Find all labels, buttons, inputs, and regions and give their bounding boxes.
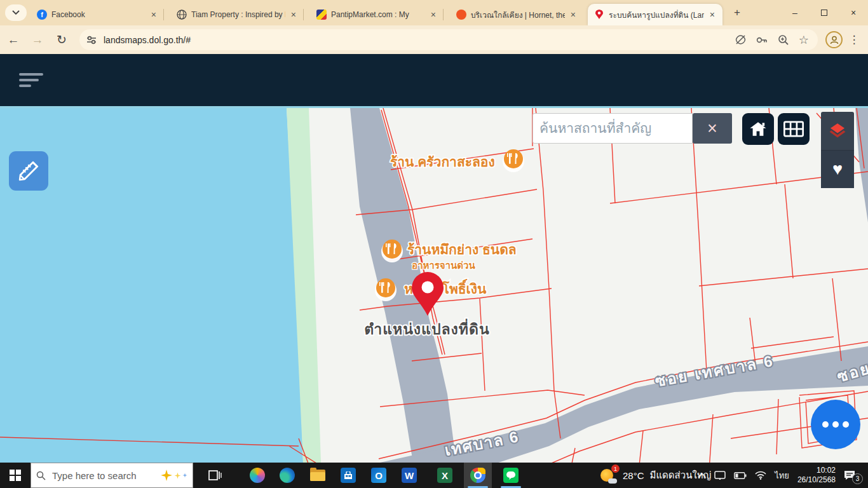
more-options-fab[interactable] [811,400,860,449]
browser-tab-hornet[interactable]: บริเวณใกล้เคียง | Hornet, the G × [450,4,583,25]
dot [843,421,849,428]
taskbar-weather-widget[interactable]: 1 28°C มีแดดส่วนใหญ่ [600,463,711,488]
system-tray: ไทย 10:02 26/10/2568 3 [698,463,868,488]
wireless-display-icon[interactable] [714,471,726,480]
taskbar-store-button[interactable] [334,463,362,488]
taskbar-outlook-button[interactable]: O [365,463,393,488]
taskbar-search-input[interactable] [51,470,155,482]
tab-title: บริเวณใกล้เคียง | Hornet, the G [471,9,565,21]
back-button[interactable]: ← [3,29,24,51]
map-search-input[interactable] [532,113,693,144]
window-minimize-button[interactable]: – [780,0,810,25]
pantipmarket-favicon-icon [316,10,327,20]
taskbar-clock[interactable]: 10:02 26/10/2568 [797,466,836,485]
layers-button[interactable] [821,112,854,150]
taskbar-search-box[interactable] [31,463,193,488]
task-view-button[interactable] [201,463,229,488]
url-text[interactable]: landsmaps.dol.go.th/# [104,35,735,45]
desktop-screen: f Facebook × Tiam Property : Inspired by… [0,0,868,488]
taskbar-copilot-button[interactable] [243,463,271,488]
forward-button[interactable]: → [27,29,48,51]
bookmark-star-icon[interactable]: ☆ [799,33,809,47]
browser-tab-pantipmarket[interactable]: PantipMarket.com : My × [310,4,444,25]
poi-label-muek-yang: ร้านหมึกย่าง ธนดล [407,242,517,257]
window-maximize-button[interactable] [810,0,839,25]
hornet-favicon-icon [456,10,466,20]
dot [822,421,829,428]
omnibox-action-icons: ☆ [735,33,809,47]
browser-menu-kebab-icon[interactable]: ⋮ [846,31,862,48]
grid-table-button[interactable] [778,113,810,145]
site-settings-tune-icon[interactable] [86,34,97,46]
map-area: ซอย เทศบาล 6 ซอย เทศบาล 6 ร้าน ครัวกาสะล… [0,108,868,463]
notification-center-button[interactable]: 3 [844,467,863,484]
keyboard-language-indicator[interactable]: ไทย [775,469,789,482]
heart-icon: ♥ [832,159,843,179]
microsoft-store-icon [341,468,356,483]
tab-close-icon[interactable]: × [430,10,437,20]
poi-sublabel-fast-food: อาหารจานด่วน [412,260,475,271]
taskbar-file-explorer-button[interactable] [304,463,332,488]
browser-tab-landsmaps-active[interactable]: ระบบค้นหารูปแปลงที่ดิน (LandsM × [588,4,722,25]
house-icon [749,119,768,139]
facebook-favicon-icon: f [37,10,47,20]
profile-avatar[interactable] [825,31,843,48]
taskbar-word-button[interactable]: W [395,463,423,488]
zoom-magnifier-icon[interactable] [777,34,790,46]
taskbar-chrome-button[interactable] [464,463,492,488]
home-button[interactable] [742,113,774,145]
windows-taskbar: O W X 1 28°C มีแดดส่วนใหญ่ [0,463,868,488]
tab-close-icon[interactable]: × [709,10,716,20]
tab-title: PantipMarket.com : My [331,10,425,19]
taskbar-line-button[interactable] [497,463,525,488]
grid-icon [783,121,804,137]
tab-title: Facebook [51,10,146,19]
task-view-icon [208,468,222,482]
address-bar[interactable]: landsmaps.dol.go.th/# ☆ [79,29,818,50]
browser-toolbar: ← → ↻ landsmaps.dol.go.th/# [0,25,868,54]
new-tab-button[interactable]: + [729,5,745,20]
battery-icon[interactable] [734,472,747,479]
tray-chevron-up-icon[interactable] [698,473,706,478]
tab-divider [303,9,304,20]
search-highlights-sparkle-icon[interactable] [160,469,187,482]
map-canvas[interactable]: ซอย เทศบาล 6 ซอย เทศบาล 6 ร้าน ครัวกาสะล… [0,108,868,463]
start-button[interactable] [0,463,31,488]
reload-button[interactable]: ↻ [51,29,72,51]
landsmaps-header: LandsMaps TH EN [0,54,868,108]
tracking-blocked-icon[interactable] [735,34,747,46]
taskbar-edge-button[interactable] [273,463,301,488]
poi-label-krua-kasalong: ร้าน ครัวกาสะลอง [390,154,495,169]
password-key-icon[interactable] [756,34,768,46]
edge-icon [280,468,295,483]
measure-tool-button[interactable] [9,151,48,191]
ruler-pencil-icon [16,158,41,184]
taskbar-excel-button[interactable]: X [431,463,459,488]
window-close-button[interactable]: × [839,0,868,25]
clock-time: 10:02 [817,466,836,475]
dot [832,421,839,428]
browser-tab-facebook[interactable]: f Facebook × [31,4,164,25]
parcel-position-label: ตำแหน่งแปลงที่ดิน [364,318,489,337]
favorites-button[interactable]: ♥ [821,150,854,189]
tab-close-icon[interactable]: × [150,10,158,20]
clock-date: 26/10/2568 [797,475,836,484]
tab-search-button[interactable] [5,4,27,21]
line-icon [503,468,519,483]
globe-favicon-icon [177,10,187,20]
map-search-clear-button[interactable]: × [693,113,732,144]
map-right-tool-panel: ♥ [821,112,854,188]
tab-close-icon[interactable]: × [569,10,577,20]
weather-temperature: 28°C [623,470,644,481]
layers-icon [826,119,849,142]
windows-logo-icon [10,470,21,481]
tab-divider [163,9,164,20]
word-icon: W [402,468,417,483]
hamburger-menu-icon[interactable] [19,73,44,90]
browser-tab-tiam-property[interactable]: Tiam Property : Inspired by L × [170,4,304,25]
person-icon [829,35,839,45]
tab-divider [443,9,444,20]
wifi-icon[interactable] [755,471,766,480]
weather-badge: 1 [611,464,620,473]
tab-close-icon[interactable]: × [290,10,297,20]
